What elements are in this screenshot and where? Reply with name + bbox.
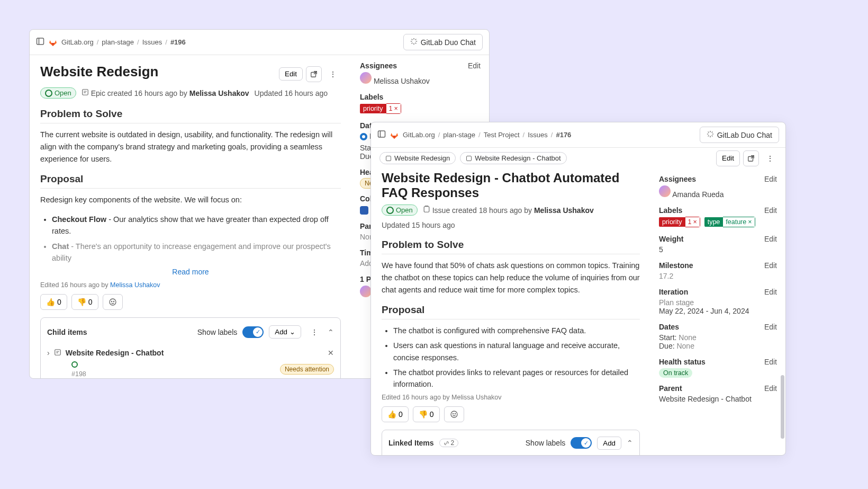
add-child-button[interactable]: Add ⌄ (269, 325, 301, 339)
svg-rect-11 (386, 156, 391, 161)
label-pill[interactable]: typefeature × (704, 217, 755, 227)
proposal-intro: Redesign key components of the website. … (40, 194, 341, 206)
edit-assignees[interactable]: Edit (764, 175, 777, 183)
scrollbar[interactable] (781, 375, 784, 439)
radio-checked-icon[interactable] (360, 133, 367, 140)
edit-dates[interactable]: Edit (764, 323, 777, 331)
chevron-down-icon: ⌄ (290, 328, 295, 336)
svg-point-17 (455, 413, 455, 414)
show-labels-label: Show labels (526, 439, 566, 447)
svg-point-16 (453, 413, 453, 414)
ancestor-link[interactable]: Website Redesign - Chatbot (460, 152, 566, 164)
ancestor-link[interactable]: Website Redesign (379, 152, 456, 164)
more-menu-button[interactable]: ⋮ (325, 66, 341, 82)
duo-chat-button[interactable]: GitLab Duo Chat (403, 34, 483, 50)
svg-rect-9 (378, 131, 385, 137)
crumb[interactable]: plan-stage (443, 131, 475, 139)
svg-point-6 (113, 301, 114, 301)
close-icon[interactable]: × (748, 218, 752, 226)
gitlab-logo-icon (49, 38, 57, 47)
section-proposal: Proposal (40, 173, 341, 189)
svg-point-5 (111, 301, 112, 301)
show-labels-toggle[interactable] (571, 437, 592, 449)
epic-icon (54, 349, 61, 358)
crumb[interactable]: Test Project (484, 131, 520, 139)
proposal-bullet: Checkout Flow - Our analytics show that … (52, 214, 341, 237)
health-badge: On track (659, 368, 692, 378)
sidebar-toggle-icon[interactable] (377, 130, 386, 140)
svg-rect-3 (83, 90, 88, 95)
svg-point-4 (110, 299, 116, 305)
edit-iteration[interactable]: Edit (764, 288, 777, 296)
svg-rect-0 (37, 38, 44, 45)
open-external-button[interactable] (306, 66, 322, 82)
child-item[interactable]: › Website Redesign - Chatbot ✕ (47, 345, 334, 361)
thumbs-up-button[interactable]: 👍 0 (40, 294, 67, 310)
edited-info: Edited 16 hours ago by Melissa Ushakov (382, 394, 640, 401)
more-menu-button[interactable]: ⋮ (762, 150, 778, 166)
open-external-button[interactable] (743, 150, 759, 166)
problem-text: The current website is outdated in desig… (40, 129, 341, 166)
sidebar-toggle-icon[interactable] (36, 37, 44, 47)
epic-title: Website Redesign (40, 64, 158, 80)
color-swatch (360, 206, 368, 215)
updated-text: Updated 15 hours ago (382, 221, 455, 229)
avatar (360, 286, 372, 297)
child-items-title: Child items (47, 328, 87, 336)
add-reaction-button[interactable] (103, 294, 123, 310)
thumbs-down-button[interactable]: 👎 0 (413, 406, 440, 422)
collapse-icon[interactable]: ⌃ (627, 439, 633, 447)
svg-rect-14 (424, 207, 429, 212)
epic-breadcrumbs: GitLab.org/ plan-stage/ Issues/ #196 (61, 38, 186, 46)
edit-assignees[interactable]: Edit (468, 61, 481, 70)
collapse-icon[interactable]: ⌃ (328, 328, 334, 336)
status-badge: Open (40, 87, 76, 99)
duo-chat-button[interactable]: GitLab Duo Chat (700, 127, 779, 143)
child-title[interactable]: Website Redesign - Chatbot (66, 349, 164, 357)
linked-items-card: Linked Items 2 Show labels Add ⌃ Blockin… (382, 430, 640, 456)
crumb[interactable]: plan-stage (102, 38, 134, 46)
section-proposal: Proposal (382, 304, 640, 319)
add-linked-button[interactable]: Add (597, 437, 621, 450)
remove-child-button[interactable]: ✕ (328, 349, 334, 357)
crumb-current: #176 (556, 131, 571, 139)
issue-breadcrumbs: GitLab.org/ plan-stage/ Test Project/ Is… (403, 131, 571, 139)
show-labels-label: Show labels (197, 328, 238, 336)
thumbs-up-button[interactable]: 👍 0 (382, 406, 409, 422)
section-problem: Problem to Solve (382, 239, 640, 254)
edit-milestone[interactable]: Edit (764, 261, 777, 270)
health-badge: Needs attention (280, 364, 334, 375)
updated-text: Updated 16 hours ago (255, 89, 328, 97)
add-reaction-button[interactable] (444, 406, 464, 422)
crumb[interactable]: Issues (142, 38, 162, 46)
label-pill[interactable]: priority1 × (659, 217, 700, 227)
issue-topbar: GitLab.org/ plan-stage/ Test Project/ Is… (371, 122, 785, 148)
ai-sparkle-icon (707, 130, 714, 139)
thumbs-down-button[interactable]: 👎 0 (71, 294, 98, 310)
read-more-link[interactable]: Read more (40, 268, 341, 276)
epic-topbar: GitLab.org/ plan-stage/ Issues/ #196 Git… (30, 30, 489, 55)
crumb[interactable]: Issues (528, 131, 548, 139)
crumb[interactable]: GitLab.org (61, 38, 94, 46)
child-menu-button[interactable]: ⋮ (306, 324, 322, 340)
edit-parent[interactable]: Edit (764, 384, 777, 393)
crumb[interactable]: GitLab.org (403, 131, 435, 139)
close-icon[interactable]: × (693, 218, 697, 226)
edit-weight[interactable]: Edit (764, 235, 777, 243)
issue-sidebar: AssigneesEdit Amanda Rueda LabelsEdit pr… (650, 168, 785, 456)
edit-button[interactable]: Edit (716, 150, 740, 166)
proposal-bullet: The chatbot provides links to relevant p… (393, 367, 640, 390)
issue-title: Website Redesign - Chatbot Automated FAQ… (382, 171, 640, 200)
close-icon[interactable]: × (394, 105, 397, 112)
expand-chevron-icon[interactable]: › (47, 349, 50, 357)
blocking-heading: Blocking (388, 455, 633, 456)
label-pill[interactable]: priority1 × (360, 103, 401, 114)
child-ref: #198 (71, 370, 86, 378)
avatar (360, 72, 372, 84)
edit-labels[interactable]: Edit (764, 206, 777, 215)
section-problem: Problem to Solve (40, 108, 341, 123)
edit-health[interactable]: Edit (764, 358, 777, 366)
edit-button[interactable]: Edit (279, 67, 303, 81)
show-labels-toggle[interactable] (242, 326, 264, 338)
issue-main: Website Redesign - Chatbot Automated FAQ… (371, 168, 650, 456)
